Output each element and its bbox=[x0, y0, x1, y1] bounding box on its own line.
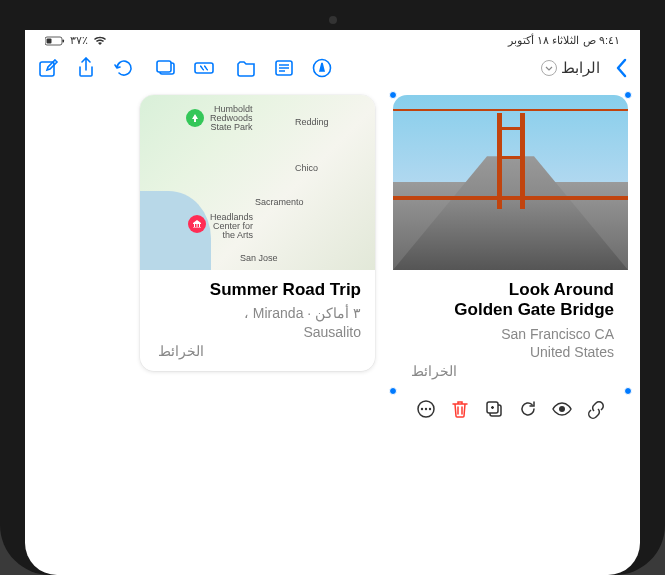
map-label: Sacramento bbox=[255, 197, 304, 207]
link-insert-icon[interactable] bbox=[193, 57, 215, 79]
rotate-icon[interactable] bbox=[518, 399, 538, 419]
eye-icon[interactable] bbox=[552, 399, 572, 419]
refresh-icon[interactable] bbox=[113, 57, 135, 79]
context-toolbar bbox=[393, 397, 628, 421]
svg-rect-10 bbox=[157, 61, 171, 72]
markup-icon[interactable] bbox=[311, 57, 333, 79]
svg-rect-8 bbox=[195, 63, 213, 73]
svg-point-17 bbox=[424, 408, 426, 410]
map-pin-museum-icon bbox=[188, 215, 206, 233]
battery-icon bbox=[45, 36, 65, 46]
card-subtitle-1: ٣ أماكن · Miranda ، bbox=[154, 304, 361, 322]
status-battery: ٪٣٧ bbox=[70, 34, 88, 47]
map-label: San Jose bbox=[240, 253, 278, 263]
card-title: Look Around Golden Gate Bridge bbox=[407, 280, 614, 321]
selection-handle[interactable] bbox=[624, 91, 632, 99]
map-label: Redding bbox=[295, 117, 329, 127]
format-icon[interactable] bbox=[273, 57, 295, 79]
card-subtitle-1: San Francisco CA bbox=[407, 325, 614, 343]
map-label: Headlands Center for the Arts bbox=[210, 213, 253, 240]
tab-link[interactable]: الرابط bbox=[541, 59, 600, 77]
folder-icon[interactable] bbox=[235, 57, 257, 79]
map-label: Humboldt Redwoods State Park bbox=[210, 105, 253, 132]
svg-rect-1 bbox=[47, 38, 52, 43]
card-title: Summer Road Trip bbox=[154, 280, 361, 300]
svg-point-16 bbox=[420, 408, 422, 410]
selection-handle[interactable] bbox=[389, 387, 397, 395]
card-subtitle-2: Sausalito bbox=[154, 323, 361, 341]
card-subtitle-2: United States bbox=[407, 343, 614, 361]
card-image-map: Humboldt Redwoods State Park Redding Chi… bbox=[140, 95, 375, 270]
card-lookaround[interactable]: Look Around Golden Gate Bridge San Franc… bbox=[393, 95, 628, 391]
link-icon[interactable] bbox=[586, 399, 606, 419]
selection-handle[interactable] bbox=[624, 387, 632, 395]
gallery-icon[interactable] bbox=[155, 57, 177, 79]
trash-icon[interactable] bbox=[450, 399, 470, 419]
more-icon[interactable] bbox=[416, 399, 436, 419]
card-image-bridge bbox=[393, 95, 628, 270]
card-roadtrip[interactable]: Humboldt Redwoods State Park Redding Chi… bbox=[140, 95, 375, 371]
content-area: Look Around Golden Gate Bridge San Franc… bbox=[25, 85, 640, 575]
chevron-down-icon bbox=[541, 60, 557, 76]
status-time: ٩:٤١ ص bbox=[583, 34, 620, 47]
svg-point-12 bbox=[559, 406, 565, 412]
selection-handle[interactable] bbox=[389, 91, 397, 99]
toolbar: الرابط bbox=[25, 51, 640, 85]
map-label: Chico bbox=[295, 163, 318, 173]
wifi-icon bbox=[93, 36, 107, 46]
svg-point-18 bbox=[428, 408, 430, 410]
map-pin-park-icon bbox=[186, 109, 204, 127]
card-source-label: الخرائط bbox=[158, 343, 204, 359]
device-camera bbox=[329, 16, 337, 24]
back-chevron-icon[interactable] bbox=[616, 58, 628, 78]
svg-rect-2 bbox=[63, 39, 65, 42]
status-bar: ٩:٤١ ص الثلاثاء ١٨ أكتوبر ٪٣٧ bbox=[25, 30, 640, 51]
copy-icon[interactable] bbox=[484, 399, 504, 419]
status-date: الثلاثاء ١٨ أكتوبر bbox=[508, 34, 579, 47]
tab-label: الرابط bbox=[561, 59, 600, 77]
compose-icon[interactable] bbox=[37, 57, 59, 79]
share-icon[interactable] bbox=[75, 57, 97, 79]
card-source-label: الخرائط bbox=[411, 363, 457, 379]
